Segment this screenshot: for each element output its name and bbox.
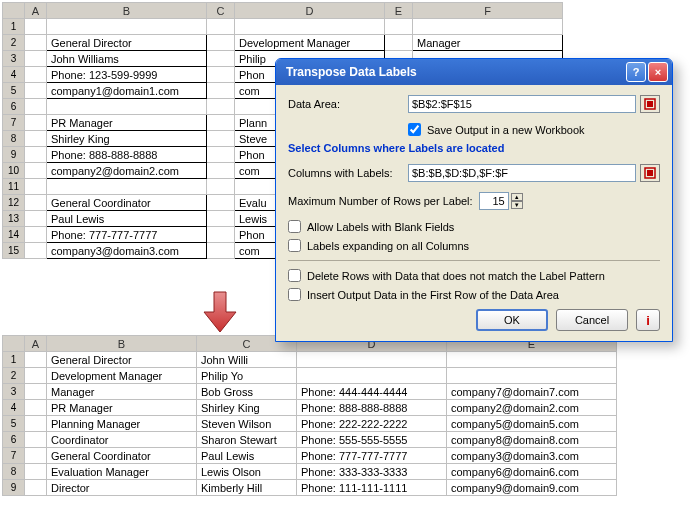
cell[interactable] — [207, 147, 235, 163]
col-header-c[interactable]: C — [207, 3, 235, 19]
cell[interactable] — [25, 464, 47, 480]
cell[interactable]: PR Manager — [47, 115, 207, 131]
cell[interactable] — [385, 35, 413, 51]
cell[interactable] — [25, 211, 47, 227]
cell[interactable] — [207, 227, 235, 243]
allow-blank-checkbox[interactable] — [288, 220, 301, 233]
corner-cell[interactable] — [3, 336, 25, 352]
cell[interactable]: Director — [47, 480, 197, 496]
col-header-a[interactable]: A — [25, 336, 47, 352]
cell[interactable]: Steven Wilson — [197, 416, 297, 432]
expand-columns-checkbox[interactable] — [288, 239, 301, 252]
cell[interactable] — [25, 99, 47, 115]
row-header[interactable]: 3 — [3, 51, 25, 67]
cell[interactable] — [25, 352, 47, 368]
cell[interactable] — [25, 67, 47, 83]
cell[interactable] — [207, 163, 235, 179]
row-header[interactable]: 8 — [3, 464, 25, 480]
cell[interactable]: Development Manager — [235, 35, 385, 51]
cell[interactable] — [25, 368, 47, 384]
cell[interactable]: Development Manager — [47, 368, 197, 384]
row-header[interactable]: 10 — [3, 163, 25, 179]
row-header[interactable]: 12 — [3, 195, 25, 211]
cell[interactable]: company7@domain7.com — [447, 384, 617, 400]
cell[interactable]: Phone: 777-777-7777 — [47, 227, 207, 243]
col-header-d[interactable]: D — [235, 3, 385, 19]
cell[interactable] — [207, 35, 235, 51]
cell[interactable] — [47, 179, 207, 195]
col-header-f[interactable]: F — [413, 3, 563, 19]
cell[interactable] — [447, 368, 617, 384]
col-header-b[interactable]: B — [47, 336, 197, 352]
cell[interactable]: Shirley King — [47, 131, 207, 147]
columns-with-labels-input[interactable] — [408, 164, 636, 182]
cancel-button[interactable]: Cancel — [556, 309, 628, 331]
row-header[interactable]: 5 — [3, 83, 25, 99]
row-header[interactable]: 13 — [3, 211, 25, 227]
cell[interactable] — [207, 131, 235, 147]
row-header[interactable]: 1 — [3, 19, 25, 35]
delete-unmatched-checkbox[interactable] — [288, 269, 301, 282]
cell[interactable] — [207, 115, 235, 131]
cell[interactable] — [447, 352, 617, 368]
cell[interactable]: Paul Lewis — [47, 211, 207, 227]
cell[interactable]: Phone: 777-777-7777 — [297, 448, 447, 464]
cell[interactable] — [385, 19, 413, 35]
cell[interactable] — [413, 19, 563, 35]
cell[interactable]: Shirley King — [197, 400, 297, 416]
row-header[interactable]: 2 — [3, 35, 25, 51]
max-rows-input[interactable] — [479, 192, 509, 210]
row-header[interactable]: 6 — [3, 99, 25, 115]
cell[interactable]: Kimberly Hill — [197, 480, 297, 496]
col-header-a[interactable]: A — [25, 3, 47, 19]
cell[interactable]: Phone: 444-444-4444 — [297, 384, 447, 400]
cell[interactable]: John Willi — [197, 352, 297, 368]
cell[interactable] — [25, 147, 47, 163]
row-header[interactable]: 5 — [3, 416, 25, 432]
cell[interactable] — [25, 480, 47, 496]
cell[interactable] — [235, 19, 385, 35]
cell[interactable]: General Director — [47, 35, 207, 51]
cell[interactable]: General Coordinator — [47, 195, 207, 211]
cell[interactable]: company2@domain2.com — [47, 163, 207, 179]
cell[interactable] — [25, 163, 47, 179]
cell[interactable]: Phone: 333-333-3333 — [297, 464, 447, 480]
cell[interactable]: John Williams — [47, 51, 207, 67]
cell[interactable] — [297, 352, 447, 368]
save-new-workbook-checkbox[interactable] — [408, 123, 421, 136]
cell[interactable] — [25, 179, 47, 195]
cell[interactable]: Phone: 555-555-5555 — [297, 432, 447, 448]
cell[interactable]: Evaluation Manager — [47, 464, 197, 480]
cell[interactable] — [207, 67, 235, 83]
cell[interactable] — [207, 243, 235, 259]
cell[interactable]: Sharon Stewart — [197, 432, 297, 448]
row-header[interactable]: 7 — [3, 448, 25, 464]
cell[interactable]: company9@domain9.com — [447, 480, 617, 496]
cell[interactable]: Phone: 888-888-8888 — [297, 400, 447, 416]
info-button[interactable]: i — [636, 309, 660, 331]
cell[interactable]: General Director — [47, 352, 197, 368]
cell[interactable]: Phone: 888-888-8888 — [47, 147, 207, 163]
row-header[interactable]: 7 — [3, 115, 25, 131]
help-button[interactable]: ? — [626, 62, 646, 82]
cell[interactable]: company3@domain3.com — [47, 243, 207, 259]
range-picker-button[interactable] — [640, 164, 660, 182]
cell[interactable]: Manager — [47, 384, 197, 400]
cell[interactable]: Planning Manager — [47, 416, 197, 432]
cell[interactable] — [297, 368, 447, 384]
cell[interactable]: Coordinator — [47, 432, 197, 448]
cell[interactable] — [25, 416, 47, 432]
cell[interactable] — [25, 19, 47, 35]
cell[interactable] — [25, 51, 47, 67]
cell[interactable] — [25, 83, 47, 99]
cell[interactable] — [25, 400, 47, 416]
cell[interactable]: Manager — [413, 35, 563, 51]
insert-first-row-checkbox[interactable] — [288, 288, 301, 301]
row-header[interactable]: 4 — [3, 67, 25, 83]
dialog-titlebar[interactable]: Transpose Data Labels ? × — [276, 59, 672, 85]
cell[interactable]: company6@domain6.com — [447, 464, 617, 480]
cell[interactable]: company8@domain8.com — [447, 432, 617, 448]
cell[interactable]: Paul Lewis — [197, 448, 297, 464]
spinner-down-button[interactable]: ▼ — [511, 201, 523, 209]
cell[interactable]: company3@domain3.com — [447, 448, 617, 464]
